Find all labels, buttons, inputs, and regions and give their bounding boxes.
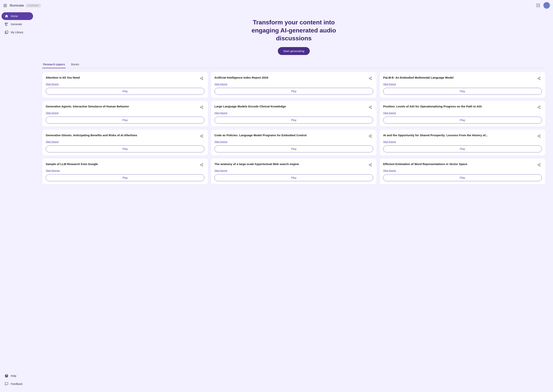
share-icon[interactable] xyxy=(199,162,204,168)
feedback-icon xyxy=(5,382,8,386)
sidebar-label-generate: Generate xyxy=(11,23,22,26)
play-button[interactable]: Play xyxy=(46,117,204,124)
share-icon[interactable] xyxy=(536,76,542,81)
view-source-link[interactable]: View Source xyxy=(214,140,373,143)
user-avatar[interactable] xyxy=(543,2,550,9)
sidebar: Illuminate EXPERIMENT Home Generate xyxy=(0,0,35,392)
sidebar-footer: Help Feedback xyxy=(0,369,35,392)
card-title: Sample of LLM Research from Google xyxy=(46,162,197,166)
svg-line-45 xyxy=(539,136,539,137)
card-12: Efficient Estimation of Word Representat… xyxy=(380,159,545,184)
hero-section: Transform your content into engaging AI-… xyxy=(42,11,545,61)
card-11: The anatomy of a large-scale hypertextua… xyxy=(211,159,377,184)
svg-line-56 xyxy=(370,164,371,165)
card-9: AI and the Opportunity for Shared Prospe… xyxy=(380,130,545,155)
view-source-link[interactable]: View Sources xyxy=(46,169,204,172)
svg-line-6 xyxy=(201,78,202,78)
card-header: Attention is All You Need xyxy=(46,76,204,81)
main-content: Transform your content into engaging AI-… xyxy=(35,0,553,392)
topbar-right xyxy=(535,2,550,9)
share-icon[interactable] xyxy=(367,104,373,110)
sidebar-nav: Home Generate My Library xyxy=(0,10,35,369)
play-button[interactable]: Play xyxy=(214,88,373,95)
svg-line-41 xyxy=(370,135,371,136)
svg-line-20 xyxy=(201,107,202,108)
play-button[interactable]: Play xyxy=(46,146,204,152)
svg-line-10 xyxy=(370,79,371,79)
svg-line-51 xyxy=(201,164,202,165)
svg-line-46 xyxy=(539,135,539,136)
card-title: Artificial Intelligence Index Report 202… xyxy=(214,76,366,80)
play-button[interactable]: Play xyxy=(46,88,204,95)
card-header: Large Language Models Encode Clinical Kn… xyxy=(214,104,373,110)
play-button[interactable]: Play xyxy=(214,117,373,124)
view-source-link[interactable]: View Source xyxy=(383,140,542,143)
card-header: Sample of LLM Research from Google xyxy=(46,162,204,168)
view-source-link[interactable]: View Source xyxy=(214,169,373,172)
generate-icon xyxy=(5,22,8,26)
sidebar-item-generate[interactable]: Generate xyxy=(1,20,33,28)
sidebar-item-my-library[interactable]: My Library xyxy=(1,28,33,36)
sidebar-label-home: Home xyxy=(11,15,18,18)
help-icon xyxy=(5,374,8,378)
tabs: Research papers Books xyxy=(42,61,545,68)
view-source-link[interactable]: View Source xyxy=(214,83,373,85)
svg-line-36 xyxy=(201,135,202,136)
card-header: AI and the Opportunity for Shared Prospe… xyxy=(383,133,542,139)
share-icon[interactable] xyxy=(367,162,373,168)
view-source-link[interactable]: View Source xyxy=(383,112,542,114)
card-1: Attention is All You Need View Source Pl… xyxy=(42,72,208,98)
play-button[interactable]: Play xyxy=(46,174,204,181)
card-10: Sample of LLM Research from Google View … xyxy=(42,159,208,184)
tab-research-papers[interactable]: Research papers xyxy=(42,61,66,68)
view-source-link[interactable]: View Source xyxy=(214,112,373,114)
home-icon xyxy=(5,14,8,18)
start-generating-button[interactable]: Start generating xyxy=(278,47,310,55)
svg-line-25 xyxy=(370,107,371,108)
card-title: Generative Ghosts: Anticipating Benefits… xyxy=(46,133,197,137)
play-button[interactable]: Play xyxy=(383,174,542,181)
view-source-link[interactable]: View Source xyxy=(383,83,542,85)
view-source-link[interactable]: View Source xyxy=(46,112,204,114)
sidebar-item-home[interactable]: Home xyxy=(1,12,33,20)
view-source-link[interactable]: View Source xyxy=(46,140,204,143)
hero-title: Transform your content into engaging AI-… xyxy=(244,18,344,42)
card-title: Attention is All You Need xyxy=(46,76,197,80)
sidebar-label-feedback: Feedback xyxy=(11,382,22,385)
svg-line-40 xyxy=(370,136,371,137)
svg-line-21 xyxy=(201,106,202,107)
apps-icon[interactable] xyxy=(535,2,541,8)
sidebar-item-help[interactable]: Help xyxy=(1,372,33,380)
play-button[interactable]: Play xyxy=(214,146,373,152)
share-icon[interactable] xyxy=(199,104,204,110)
svg-line-5 xyxy=(201,79,202,79)
share-icon[interactable] xyxy=(367,133,373,139)
tab-books[interactable]: Books xyxy=(70,61,80,68)
play-button[interactable]: Play xyxy=(383,146,542,152)
share-icon[interactable] xyxy=(536,133,542,139)
card-header: Artificial Intelligence Index Report 202… xyxy=(214,76,373,81)
share-icon[interactable] xyxy=(199,76,204,81)
share-icon[interactable] xyxy=(536,104,542,110)
card-8: Code as Policies: Language Model Program… xyxy=(211,130,377,155)
svg-line-50 xyxy=(201,165,202,166)
card-title: AI and the Opportunity for Shared Prospe… xyxy=(383,133,535,137)
card-3: PaLM-E: An Embodied Multimodal Language … xyxy=(380,72,545,98)
share-icon[interactable] xyxy=(367,76,373,81)
view-source-link[interactable]: View Source xyxy=(383,169,542,172)
card-title: Efficient Estimation of Word Representat… xyxy=(383,162,535,166)
play-button[interactable]: Play xyxy=(383,117,542,124)
sidebar-item-feedback[interactable]: Feedback xyxy=(1,380,33,388)
card-7: Generative Ghosts: Anticipating Benefits… xyxy=(42,130,208,155)
share-icon[interactable] xyxy=(536,162,542,168)
view-source-link[interactable]: View Source xyxy=(46,83,204,85)
play-button[interactable]: Play xyxy=(214,174,373,181)
card-header: PaLM-E: An Embodied Multimodal Language … xyxy=(383,76,542,81)
card-2: Artificial Intelligence Index Report 202… xyxy=(211,72,377,98)
card-4: Generative Agents: Interactive Simulacra… xyxy=(42,101,208,127)
topbar xyxy=(0,0,553,11)
content-scroll[interactable]: Transform your content into engaging AI-… xyxy=(35,11,553,392)
share-icon[interactable] xyxy=(199,133,204,139)
play-button[interactable]: Play xyxy=(383,88,542,95)
card-header: The anatomy of a large-scale hypertextua… xyxy=(214,162,373,168)
